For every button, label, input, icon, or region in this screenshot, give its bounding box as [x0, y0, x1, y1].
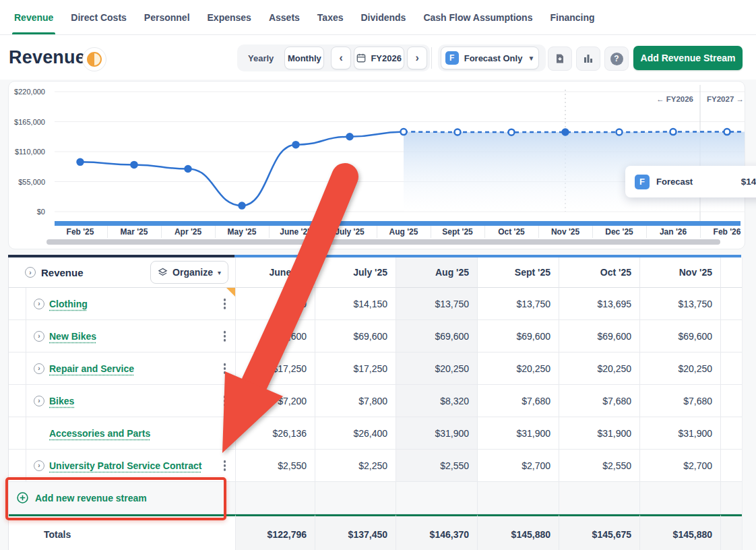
- table-cell[interactable]: $20,250: [396, 353, 477, 385]
- organize-button[interactable]: Organize▾: [150, 261, 228, 284]
- data-point-dec-25[interactable]: [617, 129, 623, 135]
- table-cell[interactable]: $13,750: [639, 288, 720, 320]
- data-point-nov-25[interactable]: [563, 129, 569, 135]
- data-point-jan-26[interactable]: [670, 129, 676, 135]
- row-menu-icon[interactable]: [222, 328, 228, 344]
- x-axis-tick: [161, 226, 162, 238]
- expand-row-icon[interactable]: ›: [34, 331, 44, 342]
- data-point-june-25[interactable]: [293, 142, 299, 148]
- nav-tab-taxes[interactable]: Taxes: [309, 0, 352, 34]
- fiscal-year-button[interactable]: FY2026: [354, 47, 405, 69]
- nav-tab-personnel[interactable]: Personnel: [135, 0, 199, 34]
- table-cell[interactable]: $14,150: [315, 288, 396, 320]
- row-menu-icon[interactable]: [222, 392, 228, 409]
- add-revenue-stream-button[interactable]: Add Revenue Stream: [633, 46, 743, 70]
- row-menu-icon[interactable]: [222, 295, 228, 312]
- export-button[interactable]: [548, 47, 572, 71]
- chart-view-button[interactable]: [576, 47, 600, 71]
- table-row-new-bikes: ›New Bikes$69,600$69,600$69,600$69,600$6…: [9, 320, 742, 353]
- x-axis-tick: [107, 226, 108, 238]
- stream-link-clothing[interactable]: Clothing: [49, 299, 88, 309]
- table-cell[interactable]: $60: [235, 288, 315, 320]
- stream-link-bikes[interactable]: Bikes: [49, 396, 74, 406]
- revenue-table: ›RevenueOrganize▾June '25July '25Aug '25…: [8, 257, 743, 550]
- expand-row-icon[interactable]: ›: [34, 460, 44, 471]
- table-cell[interactable]: $7,680: [477, 385, 559, 417]
- table-cell[interactable]: $13,750: [477, 288, 559, 320]
- table-cell[interactable]: $31,900: [559, 417, 639, 450]
- table-cell[interactable]: $69,600: [315, 320, 396, 353]
- data-point-feb-26[interactable]: [724, 129, 730, 135]
- expand-row-icon[interactable]: ›: [34, 396, 44, 406]
- nav-tab-financing[interactable]: Financing: [541, 0, 603, 34]
- top-nav: RevenueDirect CostsPersonnelExpensesAsse…: [0, 0, 756, 35]
- row-menu-icon[interactable]: [222, 457, 228, 474]
- totals-cell: $146,370: [396, 514, 477, 550]
- nav-tab-direct-costs[interactable]: Direct Costs: [62, 0, 135, 34]
- table-cell[interactable]: $20,250: [477, 353, 559, 385]
- table-cell[interactable]: $8,320: [396, 385, 477, 417]
- nav-tab-dividends[interactable]: Dividends: [352, 0, 415, 34]
- table-cell[interactable]: $2,700: [477, 450, 559, 482]
- table-cell[interactable]: $7,680: [559, 385, 639, 417]
- table-cell[interactable]: $31,900: [639, 417, 720, 450]
- table-cell[interactable]: $69,600: [396, 320, 477, 353]
- table-cell[interactable]: $26,400: [315, 417, 396, 450]
- row-gutter: [9, 288, 26, 319]
- data-point-mar-25[interactable]: [131, 162, 137, 168]
- stream-link-accessories-and-parts[interactable]: Accessories and Parts: [49, 428, 150, 439]
- data-point-july-25[interactable]: [347, 133, 353, 140]
- data-point-oct-25[interactable]: [509, 129, 515, 135]
- stream-link-new-bikes[interactable]: New Bikes: [49, 331, 96, 342]
- table-cell[interactable]: $7,200: [235, 385, 315, 417]
- table-header-row: ›RevenueOrganize▾June '25July '25Aug '25…: [9, 257, 742, 288]
- nav-tab-revenue[interactable]: Revenue: [5, 0, 62, 34]
- x-axis-label-aug-25: Aug '25: [377, 227, 431, 237]
- nav-tab-cash-flow-assumptions[interactable]: Cash Flow Assumptions: [414, 0, 541, 34]
- expand-row-icon[interactable]: ›: [34, 299, 44, 309]
- data-point-apr-25[interactable]: [185, 166, 191, 172]
- table-cell[interactable]: $17,250: [315, 353, 396, 385]
- data-point-feb-25[interactable]: [77, 159, 84, 165]
- nav-tab-expenses[interactable]: Expenses: [199, 0, 260, 34]
- table-cell[interactable]: $2,550: [559, 450, 639, 482]
- add-stream-cell[interactable]: Add new revenue stream: [9, 482, 235, 514]
- yearly-toggle[interactable]: Yearly: [240, 47, 282, 69]
- table-cell[interactable]: $7,800: [315, 385, 396, 417]
- table-cell[interactable]: $31,900: [396, 417, 477, 450]
- stream-link-repair-and-service[interactable]: Repair and Service: [49, 363, 134, 374]
- table-cell[interactable]: $69,600: [235, 320, 315, 353]
- next-period-button[interactable]: ›: [407, 47, 427, 69]
- row-menu-icon[interactable]: [222, 360, 228, 377]
- help-button[interactable]: ?: [604, 47, 629, 71]
- expand-row-icon[interactable]: ›: [34, 363, 44, 374]
- nav-tab-assets[interactable]: Assets: [260, 0, 309, 34]
- add-stream-label[interactable]: Add new revenue stream: [35, 493, 147, 503]
- table-cell[interactable]: $2,550: [396, 450, 477, 482]
- data-point-aug-25[interactable]: [401, 129, 407, 135]
- table-cell[interactable]: $7,680: [639, 385, 720, 417]
- table-cell[interactable]: $2,250: [315, 450, 396, 482]
- table-cell[interactable]: $69,600: [639, 320, 720, 353]
- table-cell[interactable]: $13,750: [396, 288, 477, 320]
- table-cell[interactable]: $69,600: [559, 320, 639, 353]
- timeline-bar[interactable]: [55, 221, 741, 226]
- table-cell[interactable]: $2,700: [639, 450, 720, 482]
- forecast-filter-dropdown[interactable]: F Forecast Only ▼: [441, 47, 539, 69]
- table-cell[interactable]: $20,250: [559, 353, 639, 385]
- table-cell[interactable]: $26,136: [235, 417, 315, 450]
- expand-all-icon[interactable]: ›: [25, 267, 36, 278]
- prev-period-button[interactable]: ‹: [331, 47, 351, 69]
- stream-link-university-patrol-service-contract[interactable]: University Patrol Service Contract: [49, 460, 201, 471]
- data-point-may-25[interactable]: [239, 203, 245, 209]
- data-point-sept-25[interactable]: [455, 129, 461, 135]
- table-cell[interactable]: $2,550: [235, 450, 315, 482]
- add-revenue-stream-row[interactable]: Add new revenue stream: [9, 482, 742, 514]
- chart-scrollbar[interactable]: [46, 239, 720, 245]
- table-cell[interactable]: $31,900: [477, 417, 559, 450]
- table-cell[interactable]: $69,600: [477, 320, 559, 353]
- table-cell[interactable]: $17,250: [235, 353, 315, 385]
- table-cell[interactable]: $20,250: [639, 353, 720, 385]
- table-cell[interactable]: $13,695: [559, 288, 639, 320]
- monthly-toggle[interactable]: Monthly: [284, 47, 324, 69]
